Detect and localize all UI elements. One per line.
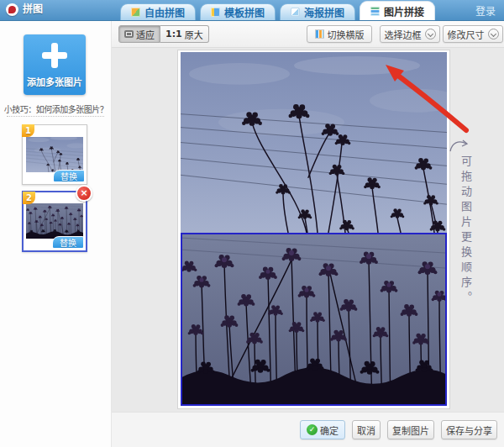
fit-view-label: 适应: [136, 28, 155, 41]
save-share-button[interactable]: 保存与分享: [441, 420, 497, 439]
sidebar: 添加多张图片 小技巧：如何添加多张图片？ 1 替换 2 × 替换: [0, 20, 112, 447]
order-hint-arrow-icon: [448, 137, 470, 154]
login-link[interactable]: 登录: [475, 3, 496, 18]
original-size-label: 原大: [185, 28, 203, 41]
camera-flower-icon: [6, 3, 18, 16]
app-logo: 拼图: [6, 3, 43, 17]
thumbnail-photo-1: [26, 137, 83, 172]
thumbnail-photo-2: [26, 203, 83, 239]
collage-photo-2[interactable]: [181, 233, 447, 406]
plus-icon: [42, 43, 67, 68]
main-tabs: 自由拼图 模板拼图 海报拼图 图片拼接: [120, 1, 435, 20]
check-circle-icon: [307, 424, 318, 435]
tab-label: 模板拼图: [224, 5, 265, 19]
chevron-down-icon: [425, 29, 436, 39]
ratio-label: 1:1: [165, 29, 182, 39]
fit-screen-icon: [124, 30, 134, 38]
tab-poster-collage[interactable]: 海报拼图: [280, 3, 355, 20]
confirm-button[interactable]: 确定: [300, 420, 345, 439]
confirm-label: 确定: [320, 423, 339, 437]
add-images-button[interactable]: 添加多张图片: [24, 34, 86, 95]
tab-label: 自由拼图: [144, 5, 185, 19]
workspace: 可拖动图片更换顺序。: [112, 48, 504, 412]
drag-hint-annotation: 可拖动图片更换顺序。: [458, 155, 473, 307]
collage-photo-1[interactable]: [181, 52, 447, 233]
cancel-label: 取消: [357, 423, 375, 437]
fit-view-button[interactable]: 适应: [118, 25, 160, 43]
toolbar: 适应 1:1 原大 切换横版 选择边框 修改尺寸: [112, 20, 504, 48]
app-title: 拼图: [23, 3, 43, 17]
select-border-label: 选择边框: [385, 28, 422, 41]
select-border-button[interactable]: 选择边框: [380, 25, 440, 43]
poster-collage-icon: [291, 8, 300, 17]
resize-button[interactable]: 修改尺寸: [443, 25, 503, 43]
original-size-button[interactable]: 1:1 原大: [160, 25, 209, 43]
tab-label: 图片拼接: [384, 4, 424, 18]
thumbnail-item-1[interactable]: 1 替换: [22, 124, 87, 185]
tab-photo-stitch[interactable]: 图片拼接: [360, 1, 435, 20]
thumbnail-item-2[interactable]: 2 × 替换: [22, 191, 87, 252]
layout-columns-icon: [315, 29, 324, 39]
zoom-segmented-control: 适应 1:1 原大: [118, 25, 209, 43]
free-collage-icon: [131, 8, 140, 17]
replace-button[interactable]: 替换: [53, 170, 85, 182]
resize-label: 修改尺寸: [448, 28, 485, 41]
add-images-label: 添加多张图片: [24, 75, 86, 88]
replace-button[interactable]: 替换: [52, 236, 84, 249]
action-bar: 确定 取消 复制图片 保存与分享: [112, 412, 504, 447]
collage-canvas: [177, 50, 450, 409]
copy-image-label: 复制图片: [392, 423, 429, 437]
tab-template-collage[interactable]: 模板拼图: [200, 3, 276, 20]
main-panel: 适应 1:1 原大 切换横版 选择边框 修改尺寸: [112, 20, 504, 447]
switch-horizontal-button[interactable]: 切换横版: [307, 25, 372, 43]
save-share-label: 保存与分享: [446, 423, 492, 437]
tab-free-collage[interactable]: 自由拼图: [120, 3, 196, 20]
copy-image-button[interactable]: 复制图片: [387, 420, 434, 439]
template-collage-icon: [211, 8, 220, 17]
top-bar: 拼图 自由拼图 模板拼图 海报拼图 图片拼接 登录: [0, 0, 504, 21]
tip-link[interactable]: 小技巧：如何添加多张图片？: [0, 103, 112, 115]
cancel-button[interactable]: 取消: [352, 420, 381, 439]
order-badge: 1: [22, 124, 34, 137]
switch-horizontal-label: 切换横版: [328, 28, 365, 41]
order-badge: 2: [23, 192, 35, 204]
remove-image-button[interactable]: ×: [76, 185, 92, 202]
tab-label: 海报拼图: [304, 5, 344, 19]
dotted-divider: [7, 116, 104, 117]
chevron-down-icon: [488, 29, 499, 39]
photo-stitch-icon: [370, 7, 380, 16]
